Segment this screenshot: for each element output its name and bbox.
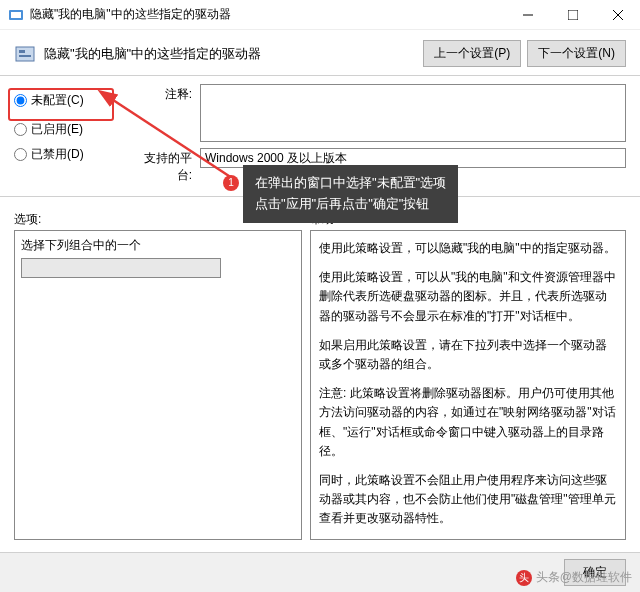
help-p5: 同时，此策略设置不会阻止用户使用程序来访问这些驱动器或其内容，也不会防止他们使用… [319,471,617,529]
svg-rect-8 [19,55,31,57]
radio-not-configured[interactable]: 未配置(C) [14,92,108,109]
maximize-button[interactable] [550,0,595,30]
radio-group: 未配置(C) 已启用(E) 已禁用(D) [14,84,114,190]
tooltip-line2: 点击"应用"后再点击"确定"按钮 [255,194,446,215]
separator [0,75,640,76]
svg-rect-1 [11,12,21,18]
header-title: 隐藏"我的电脑"中的这些指定的驱动器 [44,45,261,63]
watermark: 头 头条@数据蛙软件 [516,569,632,586]
policy-icon [14,43,36,65]
titlebar-text: 隐藏"我的电脑"中的这些指定的驱动器 [30,6,505,23]
annotation-badge: 1 [223,175,239,191]
help-p1: 使用此策略设置，可以隐藏"我的电脑"中的指定驱动器。 [319,239,617,258]
comment-label: 注释: [130,84,200,142]
header: 隐藏"我的电脑"中的这些指定的驱动器 上一个设置(P) 下一个设置(N) [0,30,640,75]
options-panel: 选择下列组合中的一个 [14,230,302,540]
help-p6: 如果禁用或未配置此策略设置，则会显示所有的驱动器，也可以在下拉列表中选择"不限制… [319,538,617,540]
app-icon [8,7,24,23]
options-dropdown[interactable] [21,258,221,278]
svg-rect-7 [19,50,25,53]
radio-disabled-input[interactable] [14,148,27,161]
comment-input[interactable] [200,84,626,142]
close-button[interactable] [595,0,640,30]
annotation-tooltip: 1 在弹出的窗口中选择"未配置"选项 点击"应用"后再点击"确定"按钮 [243,165,458,223]
help-p4: 注意: 此策略设置将删除驱动器图标。用户仍可使用其他方法访问驱动器的内容，如通过… [319,384,617,461]
next-setting-button[interactable]: 下一个设置(N) [527,40,626,67]
help-p2: 使用此策略设置，可以从"我的电脑"和文件资源管理器中删除代表所选硬盘驱动器的图标… [319,268,617,326]
platform-label: 支持的平台: [130,148,200,184]
help-p3: 如果启用此策略设置，请在下拉列表中选择一个驱动器或多个驱动器的组合。 [319,336,617,374]
radio-disabled[interactable]: 已禁用(D) [14,146,114,163]
radio-enabled-input[interactable] [14,123,27,136]
minimize-button[interactable] [505,0,550,30]
svg-rect-6 [16,47,34,61]
radio-not-configured-input[interactable] [14,94,27,107]
watermark-icon: 头 [516,570,532,586]
prev-setting-button[interactable]: 上一个设置(P) [423,40,521,67]
radio-enabled[interactable]: 已启用(E) [14,121,114,138]
options-instruction: 选择下列组合中的一个 [21,237,295,254]
tooltip-line1: 在弹出的窗口中选择"未配置"选项 [255,173,446,194]
svg-rect-3 [568,10,578,20]
help-panel: 使用此策略设置，可以隐藏"我的电脑"中的指定驱动器。 使用此策略设置，可以从"我… [310,230,626,540]
titlebar: 隐藏"我的电脑"中的这些指定的驱动器 [0,0,640,30]
